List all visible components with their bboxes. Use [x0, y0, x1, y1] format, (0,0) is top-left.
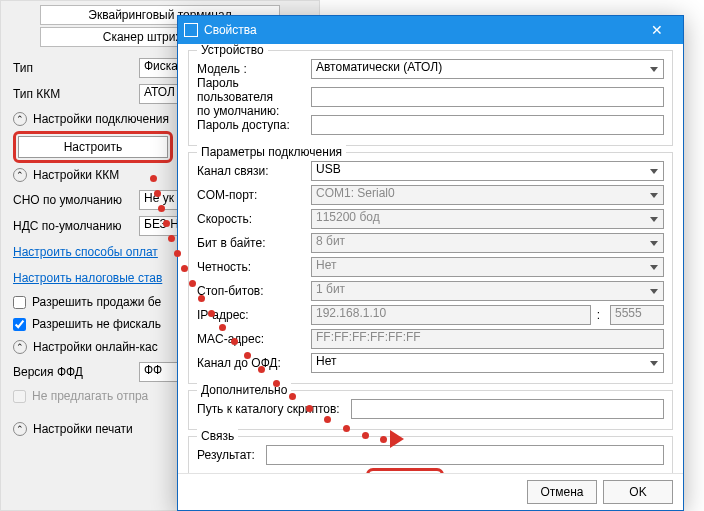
link-tax-rates[interactable]: Настроить налоговые став	[13, 271, 162, 285]
model-select[interactable]: Автоматически (АТОЛ)	[311, 59, 664, 79]
stop-bits-select: 1 бит	[311, 281, 664, 301]
chevron-up-icon[interactable]: ⌃	[13, 340, 27, 354]
type-label: Тип	[13, 61, 133, 75]
mac-input: FF:FF:FF:FF:FF:FF	[311, 329, 664, 349]
mac-label: MAC-адрес:	[197, 332, 307, 346]
port-input: 5555	[610, 305, 664, 325]
allow-sales-checkbox[interactable]	[13, 296, 26, 309]
window-title: Свойства	[204, 23, 637, 37]
access-password-input[interactable]	[311, 115, 664, 135]
kkm-type-label: Тип ККМ	[13, 87, 133, 101]
user-password-input[interactable]	[311, 87, 664, 107]
channel-label: Канал связи:	[197, 164, 307, 178]
com-port-label: COM-порт:	[197, 188, 307, 202]
chevron-up-icon[interactable]: ⌃	[13, 168, 27, 182]
stop-bits-label: Стоп-битов:	[197, 284, 307, 298]
chevron-up-icon[interactable]: ⌃	[13, 422, 27, 436]
no-suggest-label: Не предлагать отпра	[32, 389, 148, 403]
configure-highlight: Настроить	[13, 131, 173, 163]
vat-label: НДС по-умолчанию	[13, 219, 133, 233]
com-port-select: COM1: Serial0	[311, 185, 664, 205]
group-link-legend: Связь	[197, 429, 238, 443]
group-extra: Дополнительно Путь к каталогу скриптов:	[188, 390, 673, 430]
ffd-label: Версия ФФД	[13, 365, 133, 379]
result-input[interactable]	[266, 445, 664, 465]
group-device-legend: Устройство	[197, 44, 268, 57]
allow-nonfiscal-checkbox[interactable]	[13, 318, 26, 331]
model-label: Модель :	[197, 62, 307, 76]
ofd-channel-select[interactable]: Нет	[311, 353, 664, 373]
section-connection-label: Настройки подключения	[33, 112, 169, 126]
bits-select: 8 бит	[311, 233, 664, 253]
chevron-up-icon[interactable]: ⌃	[13, 112, 27, 126]
sno-label: СНО по умолчанию	[13, 193, 133, 207]
allow-sales-label: Разрешить продажи бе	[32, 295, 161, 309]
parity-label: Четность:	[197, 260, 307, 274]
group-link: Связь Результат: Поиск Проверка связи Па…	[188, 436, 673, 473]
result-label: Результат:	[197, 448, 262, 462]
scripts-path-input[interactable]	[351, 399, 664, 419]
properties-dialog: Свойства ✕ Устройство Модель : Автоматич…	[177, 15, 684, 511]
link-payment-methods[interactable]: Настроить способы оплат	[13, 245, 158, 259]
window-icon	[184, 23, 198, 37]
parity-select: Нет	[311, 257, 664, 277]
section-print-label: Настройки печати	[33, 422, 133, 436]
ofd-channel-label: Канал до ОФД:	[197, 356, 307, 370]
no-suggest-checkbox	[13, 390, 26, 403]
ok-button[interactable]: OK	[603, 480, 673, 504]
bits-label: Бит в байте:	[197, 236, 307, 250]
configure-button[interactable]: Настроить	[18, 136, 168, 158]
group-connection: Параметры подключения Канал связи:USB CO…	[188, 152, 673, 384]
section-kkm-label: Настройки ККМ	[33, 168, 119, 182]
access-password-label: Пароль доступа:	[197, 118, 307, 132]
titlebar[interactable]: Свойства ✕	[178, 16, 683, 44]
cancel-button[interactable]: Отмена	[527, 480, 597, 504]
colon-separator: :	[597, 308, 600, 322]
close-icon[interactable]: ✕	[637, 16, 677, 44]
allow-nonfiscal-label: Разрешить не фискаль	[32, 317, 161, 331]
user-password-label: Пароль пользователяпо умолчанию:	[197, 76, 307, 118]
speed-select: 115200 бод	[311, 209, 664, 229]
group-connection-legend: Параметры подключения	[197, 145, 346, 159]
group-device: Устройство Модель : Автоматически (АТОЛ)…	[188, 50, 673, 146]
ip-input: 192.168.1.10	[311, 305, 591, 325]
channel-select[interactable]: USB	[311, 161, 664, 181]
scripts-path-label: Путь к каталогу скриптов:	[197, 402, 347, 416]
speed-label: Скорость:	[197, 212, 307, 226]
section-online-label: Настройки онлайн-кас	[33, 340, 158, 354]
